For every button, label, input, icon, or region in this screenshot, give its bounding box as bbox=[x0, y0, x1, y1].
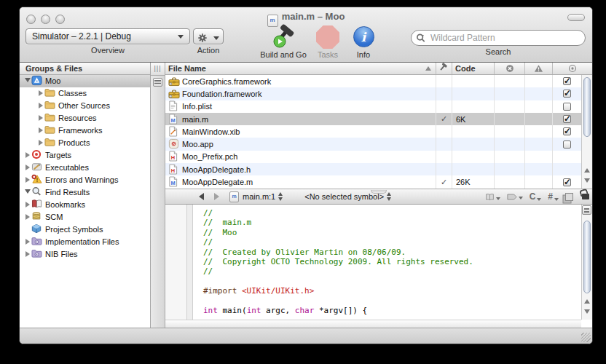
build-and-go-button[interactable] bbox=[254, 24, 312, 49]
editor-scrollbar[interactable] bbox=[581, 205, 592, 320]
disclosure-triangle-icon[interactable] bbox=[24, 236, 31, 248]
class-methods-menu-button[interactable]: C bbox=[530, 191, 542, 202]
split-editor-button[interactable] bbox=[582, 205, 591, 215]
disclosure-triangle-icon[interactable] bbox=[24, 199, 31, 211]
sidebar-item-find-results[interactable]: Find Results bbox=[20, 186, 150, 199]
disclosure-triangle-icon[interactable] bbox=[24, 75, 31, 87]
action-button[interactable] bbox=[193, 28, 224, 44]
sidebar-item-errors-and-warnings[interactable]: Errors and Warnings bbox=[20, 174, 150, 186]
code-text[interactable]: //// main.m// Moo//// Created by Olivier… bbox=[193, 205, 581, 320]
disclosure-triangle-icon[interactable] bbox=[24, 149, 31, 162]
table-row[interactable]: HMoo_Prefix.pch bbox=[165, 151, 581, 163]
table-row[interactable]: CoreGraphics.framework bbox=[165, 75, 581, 87]
table-row[interactable]: HMooAppDelegate.h bbox=[165, 163, 581, 175]
sidebar-item-other-sources[interactable]: Other Sources bbox=[20, 100, 150, 112]
table-row[interactable]: Foundation.framework bbox=[165, 87, 581, 100]
column-errors[interactable] bbox=[495, 63, 525, 74]
sidebar-item-targets[interactable]: Targets bbox=[20, 149, 150, 162]
disclosure-triangle-icon[interactable] bbox=[24, 162, 31, 174]
target-checkbox[interactable] bbox=[563, 90, 571, 98]
target-checkbox[interactable] bbox=[563, 77, 571, 85]
symbol-menu[interactable]: <No selected symbol> bbox=[304, 192, 384, 201]
splitter-collapse-icon[interactable]: ||| bbox=[151, 63, 165, 76]
search-icon[interactable] bbox=[416, 33, 427, 43]
column-file-name[interactable]: File Name bbox=[165, 63, 436, 74]
scroll-up-icon[interactable] bbox=[584, 168, 590, 173]
file-name: Moo_Prefix.pch bbox=[182, 152, 237, 161]
target-membership-cell[interactable] bbox=[553, 163, 581, 175]
sidebar-item-moo[interactable]: Moo bbox=[20, 75, 150, 87]
table-row[interactable]: Mmain.m✓6K bbox=[165, 113, 581, 125]
toolbar-pill-button[interactable] bbox=[567, 14, 585, 21]
disclosure-triangle-icon[interactable] bbox=[37, 124, 44, 137]
sidebar-item-project-symbols[interactable]: Project Symbols bbox=[20, 223, 150, 236]
table-row[interactable]: Info.plist bbox=[165, 100, 581, 113]
search-input[interactable] bbox=[411, 30, 586, 46]
target-membership-cell[interactable] bbox=[553, 138, 581, 150]
target-checkbox[interactable] bbox=[563, 103, 571, 111]
scrollbar-thumb[interactable] bbox=[583, 221, 591, 293]
column-code[interactable]: Code bbox=[452, 63, 495, 74]
target-checkbox[interactable] bbox=[563, 178, 571, 186]
file-stepper-icon[interactable] bbox=[278, 192, 283, 201]
sidebar-item-bookmarks[interactable]: Bookmarks bbox=[20, 199, 150, 211]
sidebar-item-executables[interactable]: Executables bbox=[20, 162, 150, 174]
sidebar-item-frameworks[interactable]: Frameworks bbox=[20, 124, 150, 137]
sidebar-item-resources[interactable]: Resources bbox=[20, 112, 150, 124]
disclosure-triangle-icon[interactable] bbox=[24, 186, 31, 199]
go-back-button[interactable] bbox=[199, 193, 204, 200]
disclosure-triangle-icon[interactable] bbox=[37, 100, 44, 112]
file-name: Moo.app bbox=[182, 140, 213, 149]
table-row[interactable]: Moo.app bbox=[165, 138, 581, 150]
sidebar-splitter[interactable]: ||| bbox=[150, 63, 165, 328]
sidebar-item-scm[interactable]: SCM bbox=[20, 211, 150, 223]
display-mode-button[interactable] bbox=[153, 78, 162, 87]
scroll-down-icon[interactable] bbox=[584, 178, 590, 183]
target-membership-cell[interactable] bbox=[553, 125, 581, 138]
file-menu[interactable]: main.m:1 bbox=[243, 192, 275, 201]
disclosure-triangle-icon[interactable] bbox=[37, 87, 44, 100]
table-row[interactable]: MainWindow.xib bbox=[165, 125, 581, 138]
editor-hscrollbar[interactable] bbox=[165, 320, 581, 328]
disclosure-triangle-icon[interactable] bbox=[24, 248, 31, 261]
scrollbar-thumb[interactable] bbox=[583, 77, 591, 137]
target-membership-cell[interactable] bbox=[553, 75, 581, 87]
go-forward-button[interactable] bbox=[214, 193, 219, 200]
breakpoint-gutter[interactable] bbox=[165, 205, 187, 320]
column-built[interactable] bbox=[436, 63, 452, 74]
scroll-up-icon[interactable] bbox=[584, 299, 590, 304]
disclosure-triangle-icon[interactable] bbox=[37, 112, 44, 124]
target-checkbox[interactable] bbox=[563, 127, 571, 135]
target-membership-cell[interactable] bbox=[553, 151, 581, 163]
pane-splitter-handle[interactable] bbox=[371, 190, 387, 194]
target-checkbox[interactable] bbox=[563, 115, 571, 123]
overview-popup[interactable]: Simulator – 2.2.1 | Debug bbox=[25, 28, 190, 44]
target-checkbox[interactable] bbox=[563, 141, 571, 149]
target-membership-cell[interactable] bbox=[553, 175, 581, 188]
disclosure-triangle-icon[interactable] bbox=[24, 211, 31, 223]
breakpoints-menu-button[interactable] bbox=[507, 194, 523, 200]
resize-grip[interactable] bbox=[581, 333, 591, 342]
disclosure-triangle-icon[interactable] bbox=[24, 174, 31, 186]
lock-icon[interactable] bbox=[582, 194, 589, 199]
file-name: MainWindow.xib bbox=[182, 127, 240, 136]
bookmarks-menu-button[interactable] bbox=[485, 193, 500, 201]
target-membership-cell[interactable] bbox=[553, 100, 581, 113]
sidebar-item-implementation-files[interactable]: Implementation Files bbox=[20, 236, 150, 248]
target-membership-cell[interactable] bbox=[553, 113, 581, 125]
sidebar-item-products[interactable]: Products bbox=[20, 137, 150, 149]
filelist-scrollbar[interactable] bbox=[581, 75, 592, 189]
sidebar-item-nib-files[interactable]: NIB Files bbox=[20, 248, 150, 261]
pragma-marks-menu-button[interactable]: # bbox=[548, 191, 559, 202]
scroll-down-icon[interactable] bbox=[584, 309, 590, 314]
disclosure-triangle-icon[interactable] bbox=[37, 137, 44, 149]
table-row[interactable]: MMooAppDelegate.m✓26K bbox=[165, 175, 581, 188]
tasks-button[interactable] bbox=[314, 25, 342, 49]
target-membership-cell[interactable] bbox=[553, 87, 581, 100]
column-target[interactable] bbox=[553, 63, 592, 74]
symbol-stepper-icon[interactable] bbox=[387, 192, 391, 201]
info-button[interactable]: i bbox=[349, 26, 378, 49]
sidebar-item-classes[interactable]: Classes bbox=[20, 87, 150, 100]
column-warnings[interactable] bbox=[525, 63, 553, 74]
counterpart-button[interactable] bbox=[565, 193, 573, 201]
